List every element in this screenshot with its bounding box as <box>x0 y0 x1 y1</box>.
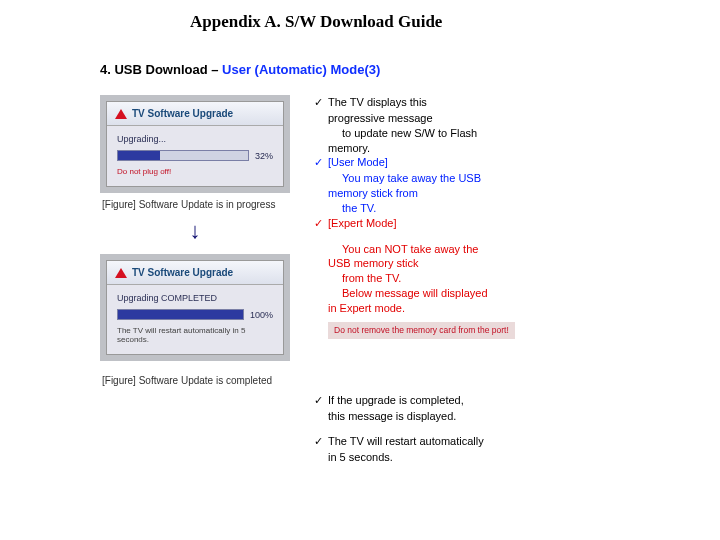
check-icon: ✓ <box>314 155 328 170</box>
note-text: Below message will displayed <box>342 286 680 301</box>
tv-status: Upgrading COMPLETED <box>117 293 273 303</box>
note-text: You may take away the USB <box>342 171 680 186</box>
note-text: The TV will restart automatically <box>328 434 680 449</box>
warning-icon <box>115 109 127 119</box>
warning-icon <box>115 268 127 278</box>
progress-percent: 100% <box>250 310 273 320</box>
progress-bar <box>117 309 244 320</box>
tv-title: TV Software Upgrade <box>132 108 233 119</box>
note-text: USB memory stick <box>328 256 680 271</box>
note-text: memory stick from <box>328 186 680 201</box>
note-text: You can NOT take away the <box>342 242 680 257</box>
section-heading: 4. USB Download – User (Automatic) Mode(… <box>100 62 680 77</box>
note-text: to update new S/W to Flash <box>342 126 680 141</box>
section-label: USB Download – <box>114 62 222 77</box>
progress-bar <box>117 150 249 161</box>
check-icon: ✓ <box>314 216 328 231</box>
note-item: ✓ [Expert Mode] <box>314 216 680 231</box>
note-text: The TV displays this <box>328 95 680 110</box>
section-number: 4. <box>100 62 111 77</box>
do-not-plug-off: Do not plug off! <box>117 167 273 176</box>
note-text: this message is displayed. <box>328 409 680 424</box>
appendix-title: Appendix A. S/W Download Guide <box>190 12 680 32</box>
note-text: from the TV. <box>342 271 680 286</box>
note-text: If the upgrade is completed, <box>328 393 680 408</box>
check-icon: ✓ <box>314 393 328 408</box>
note-text: in Expert mode. <box>328 301 680 316</box>
tv-title: TV Software Upgrade <box>132 267 233 278</box>
down-arrow-icon: ↓ <box>100 218 290 244</box>
figure-caption-2: [Figure] Software Update is completed <box>102 375 290 386</box>
check-icon: ✓ <box>314 434 328 449</box>
section-mode: User (Automatic) Mode(3) <box>222 62 380 77</box>
figure-caption-1: [Figure] Software Update is in progress <box>102 199 290 210</box>
note-text: the TV. <box>342 201 680 216</box>
do-not-remove-banner: Do not remove the memory card from the p… <box>328 322 515 339</box>
note-text: [Expert Mode] <box>328 216 680 231</box>
note-text: in 5 seconds. <box>328 450 680 465</box>
check-icon: ✓ <box>314 95 328 110</box>
note-item: ✓ The TV will restart automatically <box>314 434 680 449</box>
progress-fill <box>118 310 243 319</box>
note-text: progressive message <box>328 111 680 126</box>
note-item: ✓ If the upgrade is completed, <box>314 393 680 408</box>
note-item: ✓ [User Mode] <box>314 155 680 170</box>
note-text: [User Mode] <box>328 155 680 170</box>
tv-dialog-complete: TV Software Upgrade Upgrading COMPLETED … <box>100 254 290 361</box>
tv-restart-note: The TV will restart automatically in 5 s… <box>117 326 273 344</box>
progress-percent: 32% <box>255 151 273 161</box>
progress-fill <box>118 151 160 160</box>
tv-status: Upgrading... <box>117 134 273 144</box>
note-item: ✓ The TV displays this <box>314 95 680 110</box>
tv-dialog-progress: TV Software Upgrade Upgrading... 32% Do … <box>100 95 290 193</box>
note-text: memory. <box>328 141 680 156</box>
